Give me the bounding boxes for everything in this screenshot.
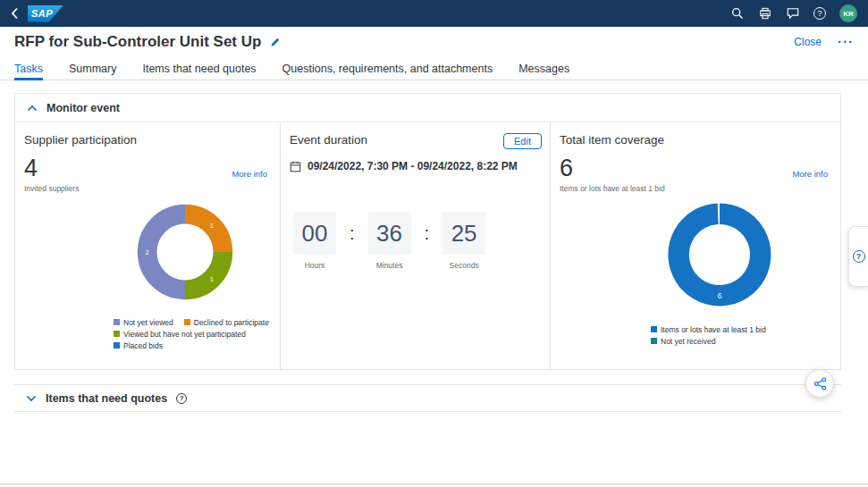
total-item-coverage-more-info-link[interactable]: More info [792,169,828,179]
tab-questions-requirements-attachments[interactable]: Questions, requirements, and attachments [282,57,493,80]
edit-button[interactable]: Edit [503,133,542,149]
help-icon: ? [853,250,865,263]
section-title: Monitor event [46,102,120,114]
supplier-participation-donut: 211 [130,197,240,311]
legend-swatch [114,331,120,337]
legend-swatch [114,342,120,348]
legend-swatch [651,338,657,344]
monitor-event-header[interactable]: Monitor event [15,94,840,122]
timer-separator: : [425,212,430,255]
svg-text:1: 1 [210,274,214,282]
tab-items-that-need-quotes[interactable]: Items that need quotes [142,57,256,80]
info-icon[interactable]: ? [176,393,187,404]
event-duration-panel: Event duration Edit 09/24/2022, 7:30 PM … [281,122,551,369]
hours-label: Hours [305,261,325,270]
side-help-panel-handle[interactable]: ? [848,226,868,287]
tab-summary[interactable]: Summary [69,57,116,80]
search-icon[interactable] [730,6,745,21]
back-icon[interactable] [11,7,19,20]
minutes-value: 36 [368,212,411,255]
seconds-label: Seconds [450,261,479,270]
collaborate-fab-button[interactable] [805,369,834,398]
items-with-bid-label: Items or lots have at least 1 bid [560,184,831,193]
edit-title-icon[interactable] [270,37,281,47]
seconds-value: 25 [442,212,485,255]
legend-item: Items or lots have at least 1 bid [651,325,766,334]
supplier-participation-panel: Supplier participation 4 Invited supplie… [15,122,281,369]
legend-item: Viewed but have not yet participated [114,330,246,339]
event-date-range: 09/24/2022, 7:30 PM - 09/24/2022, 8:22 P… [308,160,518,172]
page-header: RFP for Sub-Controler Unit Set Up Close … [0,27,868,57]
legend-item: Not yet received [651,337,715,346]
legend-item: Placed bids [114,341,163,350]
tab-messages[interactable]: Messages [518,57,569,80]
shell-bar: SAP ? KR [0,0,868,27]
section-title: Items that need quotes [46,392,167,405]
total-item-coverage-panel: Total item coverage 6 Items or lots have… [551,122,840,369]
overflow-menu-icon[interactable]: ··· [838,38,854,46]
total-item-coverage-legend: Items or lots have at least 1 bid Not ye… [651,325,831,346]
supplier-participation-title: Supplier participation [24,133,271,147]
legend-item: Not yet viewed [114,318,173,327]
svg-text:1: 1 [210,221,214,229]
legend-item: Declined to participate [184,318,269,327]
legend-swatch [184,319,190,325]
supplier-participation-more-info-link[interactable]: More info [232,169,267,179]
page-title: RFP for Sub-Controler Unit Set Up [14,33,261,51]
print-icon[interactable] [758,6,772,21]
tab-tasks[interactable]: Tasks [14,57,43,80]
minutes-label: Minutes [376,261,403,270]
supplier-participation-legend: Not yet viewed Declined to participate V… [114,318,271,350]
share-icon [813,377,827,390]
sap-logo[interactable]: SAP [28,5,63,22]
legend-swatch [651,326,657,332]
avatar[interactable]: KR [839,4,857,22]
chevron-down-icon [26,395,37,402]
total-item-coverage-donut: 6 [660,195,780,318]
items-that-need-quotes-section[interactable]: Items that need quotes ? [14,384,841,412]
tab-bar: Tasks Summary Items that need quotes Que… [0,57,868,80]
help-icon[interactable]: ? [813,7,826,20]
invited-suppliers-label: Invited suppliers [24,184,271,193]
monitor-event-section: Monitor event Supplier participation 4 I… [14,93,841,370]
legend-swatch [114,319,120,325]
timer-separator: : [350,212,355,255]
items-with-bid-count: 6 [560,155,831,182]
calendar-icon [290,161,301,172]
svg-text:6: 6 [718,290,722,299]
countdown-timer: 00 Hours : 36 Minutes : 25 Seconds [293,212,541,270]
feedback-icon[interactable] [786,6,800,21]
svg-text:2: 2 [145,248,148,256]
chevron-up-icon [27,105,38,112]
total-item-coverage-title: Total item coverage [560,133,831,147]
hours-value: 00 [293,212,336,255]
close-button[interactable]: Close [794,36,822,48]
footer-divider [0,483,868,484]
